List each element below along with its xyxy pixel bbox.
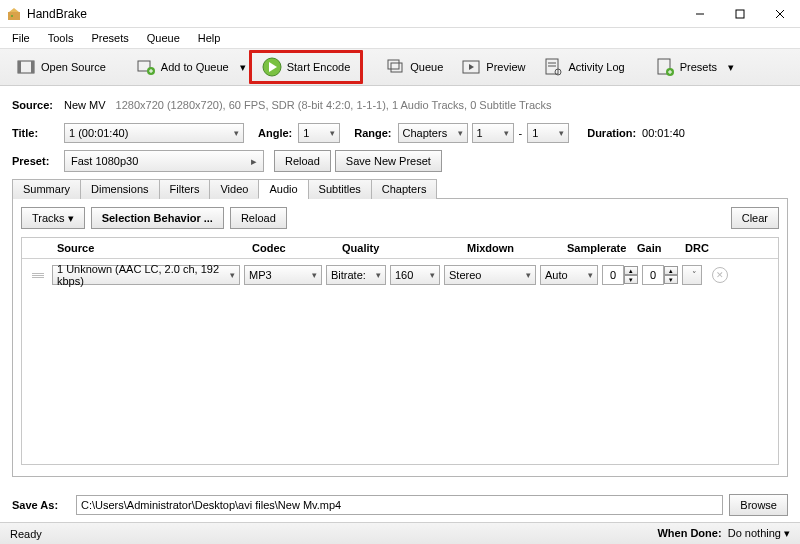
audio-reload-button[interactable]: Reload xyxy=(230,207,287,229)
preset-label: Preset: xyxy=(12,155,64,167)
gain-spinner[interactable]: ▴▾ xyxy=(602,265,638,285)
track-mixdown-select[interactable]: Stereo▾ xyxy=(444,265,536,285)
add-queue-label: Add to Queue xyxy=(161,61,229,73)
menu-file[interactable]: File xyxy=(4,30,38,46)
save-new-preset-button[interactable]: Save New Preset xyxy=(335,150,442,172)
tab-subtitles[interactable]: Subtitles xyxy=(308,179,372,199)
tab-filters[interactable]: Filters xyxy=(159,179,211,199)
saveas-path-input[interactable] xyxy=(76,495,723,515)
play-icon xyxy=(262,57,282,77)
when-done-label: When Done: xyxy=(657,527,721,539)
drc-spinner[interactable]: ▴▾ xyxy=(642,265,678,285)
preview-label: Preview xyxy=(486,61,525,73)
tab-summary[interactable]: Summary xyxy=(12,179,81,199)
angle-label: Angle: xyxy=(258,127,292,139)
tab-dimensions[interactable]: Dimensions xyxy=(80,179,159,199)
start-encode-label: Start Encode xyxy=(287,61,351,73)
audio-tracks-grid: Source Codec Quality Mixdown Samplerate … xyxy=(21,237,779,465)
track-expand-toggle[interactable]: ˅ xyxy=(682,265,702,285)
open-source-label: Open Source xyxy=(41,61,106,73)
col-drc: DRC xyxy=(685,242,725,254)
browse-button[interactable]: Browse xyxy=(729,494,788,516)
svg-rect-15 xyxy=(388,60,399,69)
menu-presets[interactable]: Presets xyxy=(83,30,136,46)
preview-icon xyxy=(461,57,481,77)
menu-tools[interactable]: Tools xyxy=(40,30,82,46)
tracks-button[interactable]: Tracks ▾ xyxy=(21,207,85,229)
drag-handle-icon[interactable] xyxy=(28,273,48,278)
window-title: HandBrake xyxy=(27,7,680,21)
range-dash: - xyxy=(519,127,523,139)
col-codec: Codec xyxy=(252,242,342,254)
log-icon xyxy=(543,57,563,77)
queue-add-icon xyxy=(136,57,156,77)
svg-marker-18 xyxy=(469,64,474,70)
queue-button[interactable]: Queue xyxy=(377,53,451,81)
when-done-select[interactable]: Do nothing ▾ xyxy=(728,527,790,539)
start-encode-button[interactable]: Start Encode xyxy=(256,55,357,79)
track-samplerate-select[interactable]: Auto▾ xyxy=(540,265,598,285)
maximize-button[interactable] xyxy=(720,0,760,28)
preview-button[interactable]: Preview xyxy=(453,53,533,81)
presets-dropdown[interactable]: ▾ xyxy=(727,58,735,76)
col-source: Source xyxy=(57,242,252,254)
presets-label: Presets xyxy=(680,61,717,73)
range-to-select[interactable]: 1▾ xyxy=(527,123,569,143)
saveas-label: Save As: xyxy=(12,499,70,511)
svg-rect-16 xyxy=(391,63,402,72)
presets-icon xyxy=(655,57,675,77)
activity-log-button[interactable]: Activity Log xyxy=(535,53,632,81)
menu-queue[interactable]: Queue xyxy=(139,30,188,46)
svg-rect-0 xyxy=(8,12,20,20)
range-label: Range: xyxy=(354,127,391,139)
track-bitrate-select[interactable]: 160▾ xyxy=(390,265,440,285)
status-text: Ready xyxy=(10,528,42,540)
selection-behavior-button[interactable]: Selection Behavior ... xyxy=(91,207,224,229)
menubar: File Tools Presets Queue Help xyxy=(0,28,800,48)
audio-track-row: 1 Unknown (AAC LC, 2.0 ch, 192 kbps)▾ MP… xyxy=(22,259,778,291)
tab-audio[interactable]: Audio xyxy=(258,179,308,199)
title-label: Title: xyxy=(12,127,64,139)
remove-track-icon[interactable]: ✕ xyxy=(712,267,728,283)
range-type-select[interactable]: Chapters▾ xyxy=(398,123,468,143)
tab-chapters[interactable]: Chapters xyxy=(371,179,438,199)
queue-label: Queue xyxy=(410,61,443,73)
reload-preset-button[interactable]: Reload xyxy=(274,150,331,172)
angle-select[interactable]: 1▾ xyxy=(298,123,340,143)
duration-value: 00:01:40 xyxy=(642,127,685,139)
track-source-select[interactable]: 1 Unknown (AAC LC, 2.0 ch, 192 kbps)▾ xyxy=(52,265,240,285)
source-info: 1280x720 (1280x720), 60 FPS, SDR (8-bit … xyxy=(116,99,552,111)
title-select[interactable]: 1 (00:01:40)▾ xyxy=(64,123,244,143)
track-quality-mode-select[interactable]: Bitrate:▾ xyxy=(326,265,386,285)
film-icon xyxy=(16,57,36,77)
col-samplerate: Samplerate xyxy=(567,242,637,254)
duration-label: Duration: xyxy=(587,127,636,139)
add-queue-dropdown[interactable]: ▾ xyxy=(239,58,247,76)
toolbar: Open Source Add to Queue ▾ Start Encode … xyxy=(0,48,800,86)
col-mixdown: Mixdown xyxy=(467,242,567,254)
source-row: Source: New MV 1280x720 (1280x720), 60 F… xyxy=(12,94,788,116)
svg-rect-7 xyxy=(18,61,21,73)
clear-button[interactable]: Clear xyxy=(731,207,779,229)
svg-rect-3 xyxy=(736,10,744,18)
titlebar: HandBrake xyxy=(0,0,800,28)
tab-video[interactable]: Video xyxy=(209,179,259,199)
close-button[interactable] xyxy=(760,0,800,28)
track-codec-select[interactable]: MP3▾ xyxy=(244,265,322,285)
source-name: New MV xyxy=(64,99,106,111)
svg-point-1 xyxy=(11,15,13,17)
start-encode-highlight: Start Encode xyxy=(249,50,364,84)
col-quality: Quality xyxy=(342,242,467,254)
minimize-button[interactable] xyxy=(680,0,720,28)
add-to-queue-button[interactable]: Add to Queue xyxy=(128,53,237,81)
activity-log-label: Activity Log xyxy=(568,61,624,73)
audio-panel: Tracks ▾ Selection Behavior ... Reload C… xyxy=(12,199,788,477)
app-icon xyxy=(6,6,22,22)
presets-button[interactable]: Presets xyxy=(647,53,725,81)
range-from-select[interactable]: 1▾ xyxy=(472,123,514,143)
svg-rect-8 xyxy=(31,61,34,73)
open-source-button[interactable]: Open Source xyxy=(8,53,114,81)
preset-select[interactable]: Fast 1080p30▸ xyxy=(64,150,264,172)
menu-help[interactable]: Help xyxy=(190,30,229,46)
tabstrip: Summary Dimensions Filters Video Audio S… xyxy=(12,178,788,199)
